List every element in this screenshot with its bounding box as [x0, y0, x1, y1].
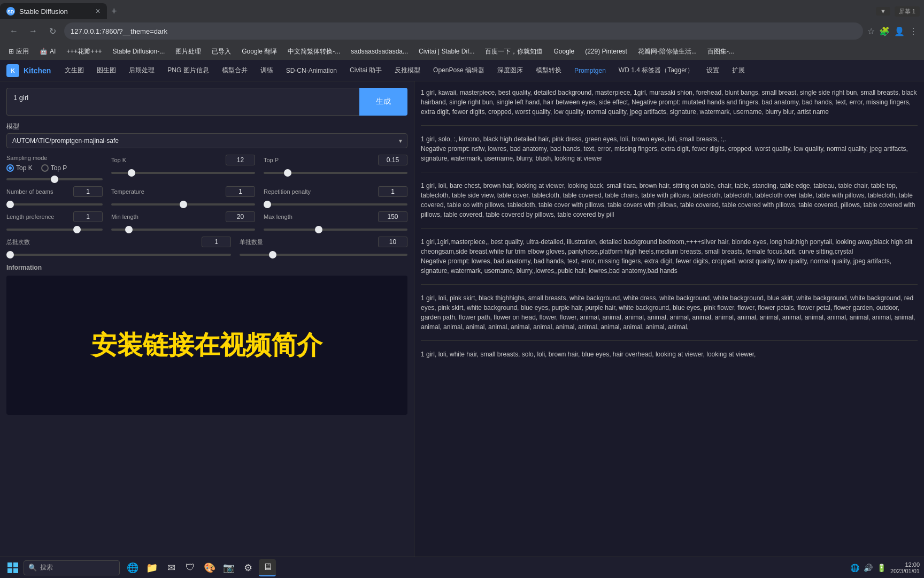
active-tab[interactable]: SD Stable Diffusion ✕ — [0, 3, 107, 19]
min-length-input[interactable] — [226, 211, 255, 222]
browser-actions: ☆ 🧩 👤 ⋮ — [867, 26, 918, 36]
bookmark-baidu[interactable]: 百度一下，你就知道 — [481, 46, 547, 57]
tray-battery-icon[interactable]: 🔋 — [877, 564, 886, 572]
bookmark-translate[interactable]: Google 翻译 — [237, 46, 281, 57]
min-length-label: Min length — [111, 214, 138, 220]
taskbar-icon-photos[interactable]: 📷 — [220, 559, 237, 576]
taskbar-icon-edge[interactable]: 🌐 — [124, 559, 141, 576]
radio-top-k[interactable]: Top K — [6, 164, 33, 172]
repetition-penalty-input[interactable] — [378, 186, 407, 197]
radio-top-p[interactable]: Top P — [41, 164, 67, 172]
taskbar-icon-settings[interactable]: ⚙ — [240, 559, 257, 576]
model-select[interactable]: AUTOMATIC/promptgen-majinai-safe — [6, 133, 407, 148]
profile-btn[interactable]: 👤 — [894, 26, 905, 36]
app-logo-icon: K — [6, 64, 19, 77]
temperature-input[interactable] — [226, 186, 255, 197]
top-k-slider[interactable] — [111, 172, 255, 174]
result-text-2: 1 girl, solo, :, kimono, black high deta… — [421, 135, 908, 162]
bookmark-baituji[interactable]: 百图集-... — [703, 46, 738, 57]
bookmark-sads[interactable]: sadsaasdsadasda... — [346, 47, 412, 56]
bookmark-google[interactable]: Google — [549, 47, 579, 56]
new-tab-btn[interactable]: + — [107, 6, 121, 17]
nav-item-tushengtu[interactable]: 图生图 — [91, 64, 121, 77]
prompt-input[interactable]: 1 girl — [6, 88, 359, 116]
nav-item-houqi[interactable]: 后期处理 — [124, 64, 160, 77]
tab-close-btn[interactable]: ✕ — [95, 7, 101, 15]
radio-top-k-circle — [6, 164, 14, 172]
nav-item-shendu[interactable]: 深度图床 — [492, 64, 528, 77]
url-input[interactable] — [64, 22, 863, 40]
bookmark-sd[interactable]: Stable Diffusion-... — [108, 47, 169, 56]
back-btn[interactable]: ← — [6, 24, 21, 39]
result-item-1: 1 girl, kawaii, masterpiece, best qualit… — [421, 88, 918, 126]
top-p-input[interactable] — [378, 155, 407, 165]
bookmark-ai[interactable]: 🤖 AI — [35, 47, 60, 56]
bookmark-civitai[interactable]: Civitai | Stable Dif... — [414, 47, 479, 56]
length-row: Length preference Min length Max length — [6, 211, 407, 232]
nav-item-promptgen[interactable]: Promptgen — [569, 65, 611, 77]
tray-network-icon[interactable]: 🌐 — [850, 564, 859, 572]
length-pref-input[interactable] — [73, 211, 103, 222]
nav-item-openpose[interactable]: OpenPose 编辑器 — [428, 64, 490, 77]
batch-count-input[interactable] — [378, 237, 407, 247]
temperature-slider[interactable] — [111, 203, 255, 206]
taskbar-icon-active[interactable]: 🖥 — [259, 559, 276, 576]
bookmark-chinese[interactable]: 中文简繁体转换-... — [283, 46, 344, 57]
total-count-slider[interactable] — [6, 254, 231, 256]
nav-item-moxingzh[interactable]: 模型转换 — [530, 64, 567, 77]
taskbar-icon-shield[interactable]: 🛡 — [182, 559, 199, 576]
reload-btn[interactable]: ↻ — [45, 24, 60, 39]
total-count-input[interactable] — [202, 237, 231, 247]
max-length-input[interactable] — [378, 211, 407, 222]
temperature-block: Temperature — [111, 186, 255, 207]
svg-rect-7 — [13, 568, 18, 573]
nav-item-sdcn[interactable]: SD-CN-Animation — [281, 65, 342, 77]
bookmark-huabanwang[interactable]: 花瓣网-陪你做生活... — [634, 46, 701, 57]
bookmark-sd-label: Stable Diffusion-... — [112, 48, 165, 55]
top-p-block: Top P — [264, 155, 407, 176]
taskbar-search[interactable]: 🔍 搜索 — [24, 560, 120, 575]
taskbar-icon-explorer[interactable]: 📁 — [143, 559, 160, 576]
bookmark-imgprocess-label: 图片处理 — [175, 47, 201, 56]
min-length-slider[interactable] — [111, 229, 255, 231]
tray-sound-icon[interactable]: 🔊 — [864, 564, 873, 572]
num-beams-input[interactable] — [73, 186, 103, 197]
bookmark-imported[interactable]: 已导入 — [207, 46, 235, 57]
bookmark-star-btn[interactable]: ☆ — [867, 26, 875, 36]
forward-btn[interactable]: → — [26, 24, 41, 39]
start-btn[interactable] — [4, 559, 21, 576]
batch-count-slider[interactable] — [240, 254, 407, 256]
top-k-input[interactable] — [226, 155, 255, 165]
taskbar: 🔍 搜索 🌐 📁 ✉ 🛡 🎨 📷 ⚙ 🖥 🌐 🔊 🔋 12:00 2023/01… — [0, 557, 924, 578]
bookmark-apps[interactable]: ⊞ 应用 — [4, 46, 33, 57]
nav-item-xunlian[interactable]: 训练 — [255, 64, 279, 77]
nav-item-fanti[interactable]: 反推模型 — [389, 64, 426, 77]
taskbar-icon-mail[interactable]: ✉ — [163, 559, 180, 576]
sampling-slider[interactable] — [6, 178, 103, 180]
nav-item-wd14[interactable]: WD 1.4 标签器（Tagger） — [613, 64, 699, 77]
result-item-4: 1 girl,1girl,masterpiece,, best quality,… — [421, 237, 918, 285]
menu-btn[interactable]: ⋮ — [909, 26, 918, 36]
top-p-slider[interactable] — [264, 172, 407, 174]
bookmark-pinterest[interactable]: (229) Pinterest — [581, 47, 632, 56]
nav-item-moxinghb[interactable]: 模型合并 — [217, 64, 253, 77]
nav-item-civitai[interactable]: Civitai 助手 — [344, 64, 387, 77]
repetition-penalty-slider[interactable] — [264, 203, 407, 206]
taskbar-icon-paint[interactable]: 🎨 — [201, 559, 218, 576]
length-pref-slider[interactable] — [6, 229, 103, 231]
extension-puzzle-btn[interactable]: 🧩 — [879, 26, 890, 36]
nav-item-png[interactable]: PNG 图片信息 — [162, 64, 214, 77]
bookmark-huaban[interactable]: +++花瓣+++ — [62, 46, 106, 57]
window-dropdown[interactable]: ▼ — [876, 7, 890, 16]
nav-item-extensions[interactable]: 扩展 — [727, 64, 750, 77]
nav-item-wenshengtu[interactable]: 文生图 — [59, 64, 89, 77]
num-beams-slider[interactable] — [6, 203, 103, 206]
bookmark-imgprocess[interactable]: 图片处理 — [171, 46, 205, 57]
num-beams-block: Number of beams — [6, 186, 103, 207]
bookmark-google-label: Google — [553, 48, 574, 55]
generate-btn[interactable]: 生成 — [359, 88, 407, 116]
address-bar: ← → ↻ ☆ 🧩 👤 ⋮ — [0, 19, 924, 43]
max-length-slider[interactable] — [264, 229, 407, 231]
nav-item-settings[interactable]: 设置 — [701, 64, 725, 77]
bookmark-chinese-label: 中文简繁体转换-... — [288, 47, 340, 56]
